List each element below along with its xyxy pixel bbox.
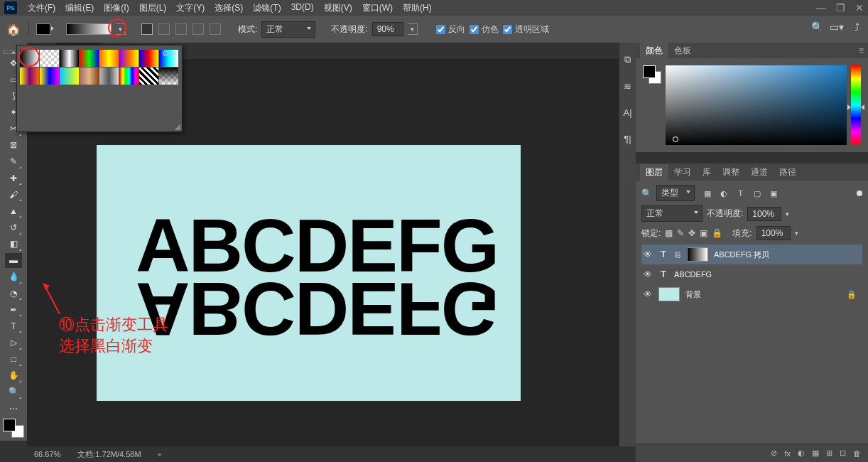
layer-blend-select[interactable]: 正常 xyxy=(641,205,702,222)
gradient-preview[interactable] xyxy=(66,23,112,35)
pen-tool[interactable]: ✒ xyxy=(5,302,22,317)
layer-name[interactable]: 背景 xyxy=(685,289,701,300)
path-select-tool[interactable]: ▷ xyxy=(5,335,22,350)
layers-tab[interactable]: 图层 xyxy=(640,164,668,181)
gradient-preset-1[interactable] xyxy=(40,50,59,67)
visibility-icon[interactable]: 👁 xyxy=(643,289,653,299)
minimize-button[interactable]: — xyxy=(816,2,826,14)
filter-shape-icon[interactable]: ▢ xyxy=(752,189,763,198)
brush-tool[interactable]: 🖌 xyxy=(5,187,22,202)
healing-tool[interactable]: ✚ xyxy=(5,171,22,186)
gradient-preset-0[interactable] xyxy=(20,50,39,67)
color-tab[interactable]: 颜色 xyxy=(640,43,668,59)
search-icon[interactable]: 🔍 xyxy=(811,21,823,33)
shape-tool[interactable]: □ xyxy=(5,352,22,367)
lock-trans-icon[interactable]: ▩ xyxy=(665,228,673,238)
layer-name[interactable]: ABCDEFG xyxy=(674,270,712,279)
presets-gear-icon[interactable]: ⚙ ▸ xyxy=(162,48,176,58)
status-flyout-icon[interactable]: ▸ xyxy=(158,451,162,458)
gradient-preset-4[interactable] xyxy=(99,50,119,67)
hue-slider[interactable] xyxy=(851,65,861,145)
layers-tab[interactable]: 路径 xyxy=(774,164,802,181)
layers-footer-icon[interactable]: ⊡ xyxy=(840,448,846,458)
layer-fill-field[interactable]: 100% xyxy=(756,226,791,240)
menu-item[interactable]: 3D(D) xyxy=(286,0,319,16)
lock-all-icon[interactable]: 🔒 xyxy=(712,228,722,238)
menu-item[interactable]: 窗口(W) xyxy=(357,0,398,16)
gradient-preset-11[interactable] xyxy=(80,68,99,85)
menu-item[interactable]: 选择(S) xyxy=(210,0,248,16)
color-panel-menu-icon[interactable]: ≡ xyxy=(859,45,864,55)
zoom-level[interactable]: 66.67% xyxy=(34,450,60,458)
opacity-dropdown[interactable]: ▾ xyxy=(408,23,418,35)
paragraph-panel-icon[interactable]: ¶| xyxy=(624,134,631,144)
frame-tool[interactable]: ⊠ xyxy=(5,138,22,153)
layers-footer-icon[interactable]: ⊞ xyxy=(826,448,832,458)
home-icon[interactable]: 🏠 xyxy=(6,23,21,36)
gradient-preset-10[interactable] xyxy=(60,68,79,85)
popup-resize-handle[interactable] xyxy=(175,124,180,130)
menu-item[interactable]: 视图(V) xyxy=(319,0,357,16)
foreground-color-swatch[interactable] xyxy=(3,419,16,431)
layer-row[interactable]: 👁背景🔒 xyxy=(641,284,862,304)
layers-tab[interactable]: 调整 xyxy=(717,164,745,181)
zoom-tool[interactable]: 🔍 xyxy=(5,385,22,399)
swatches-tab[interactable]: 色板 xyxy=(668,43,697,59)
gradient-preset-15[interactable] xyxy=(159,68,178,85)
layer-opacity-field[interactable]: 100% xyxy=(747,207,781,221)
layer-filter-select[interactable]: 类型 xyxy=(656,185,695,201)
diamond-gradient-button[interactable] xyxy=(210,23,221,35)
menu-item[interactable]: 文件(F) xyxy=(23,0,60,16)
layers-footer-icon[interactable]: fx xyxy=(784,449,791,458)
gradient-preset-3[interactable] xyxy=(80,50,99,67)
menu-item[interactable]: 滤镜(T) xyxy=(248,0,286,16)
filter-smart-icon[interactable]: ▣ xyxy=(768,189,779,198)
lock-pos-icon[interactable]: ✥ xyxy=(688,228,695,238)
gradient-preset-8[interactable] xyxy=(20,68,39,85)
eraser-tool[interactable]: ◧ xyxy=(5,237,22,252)
gradient-preset-6[interactable] xyxy=(139,50,158,67)
dither-checkbox[interactable]: 仿色 xyxy=(470,23,499,36)
share-icon[interactable]: ⤴ xyxy=(851,21,862,33)
gradient-preset-13[interactable] xyxy=(119,68,139,85)
layers-footer-icon[interactable]: 🗑 xyxy=(853,449,861,458)
eyedropper-tool[interactable]: ✎ xyxy=(5,154,22,169)
blur-tool[interactable]: 💧 xyxy=(5,269,22,284)
type-tool[interactable]: T xyxy=(5,318,22,333)
filter-type-icon[interactable]: T xyxy=(735,189,747,198)
linear-gradient-button[interactable] xyxy=(141,23,153,35)
gradient-tool[interactable]: ▬ xyxy=(5,253,22,268)
layers-footer-icon[interactable]: ⊘ xyxy=(771,448,777,458)
color-field[interactable] xyxy=(666,65,847,145)
layer-name[interactable]: ABCDEFG 拷贝 xyxy=(714,249,769,260)
properties-panel-icon[interactable]: ≋ xyxy=(624,81,631,92)
layer-row[interactable]: 👁TABCDEFG xyxy=(641,264,862,284)
mask-thumb[interactable] xyxy=(687,247,708,262)
hand-tool[interactable]: ✋ xyxy=(5,368,22,383)
character-panel-icon[interactable]: A| xyxy=(623,107,631,118)
lock-paint-icon[interactable]: ✎ xyxy=(677,228,684,238)
edit-toolbar[interactable]: ⋯ xyxy=(5,401,22,416)
filter-adjust-icon[interactable]: ◐ xyxy=(718,189,729,198)
workspace-icon[interactable]: ▭▾ xyxy=(831,21,842,33)
gradient-preset-5[interactable] xyxy=(119,50,139,67)
doc-info[interactable]: 文档:1.72M/4.58M xyxy=(77,449,141,460)
close-window-button[interactable]: ✕ xyxy=(855,2,864,14)
lock-artboard-icon[interactable]: ▣ xyxy=(700,228,707,238)
history-panel-icon[interactable]: ⧉ xyxy=(624,54,631,65)
layer-row[interactable]: 👁T⛓ABCDEFG 拷贝 xyxy=(641,245,862,264)
layers-tab[interactable]: 通道 xyxy=(745,164,774,181)
gradient-preset-9[interactable] xyxy=(40,68,59,85)
dodge-tool[interactable]: ◔ xyxy=(5,286,22,301)
tool-preset-swatch[interactable] xyxy=(36,23,50,35)
layers-tab[interactable]: 库 xyxy=(697,164,717,181)
reflected-gradient-button[interactable] xyxy=(192,23,204,35)
menu-item[interactable]: 帮助(H) xyxy=(398,0,437,16)
transparency-checkbox[interactable]: 透明区域 xyxy=(503,23,549,36)
menu-item[interactable]: 图层(L) xyxy=(134,0,172,16)
history-brush-tool[interactable]: ↺ xyxy=(5,220,22,235)
link-icon[interactable]: ⛓ xyxy=(674,251,681,259)
mini-color-swatches[interactable] xyxy=(643,65,661,84)
maximize-button[interactable]: ❐ xyxy=(836,2,845,14)
menu-item[interactable]: 图像(I) xyxy=(99,0,134,16)
